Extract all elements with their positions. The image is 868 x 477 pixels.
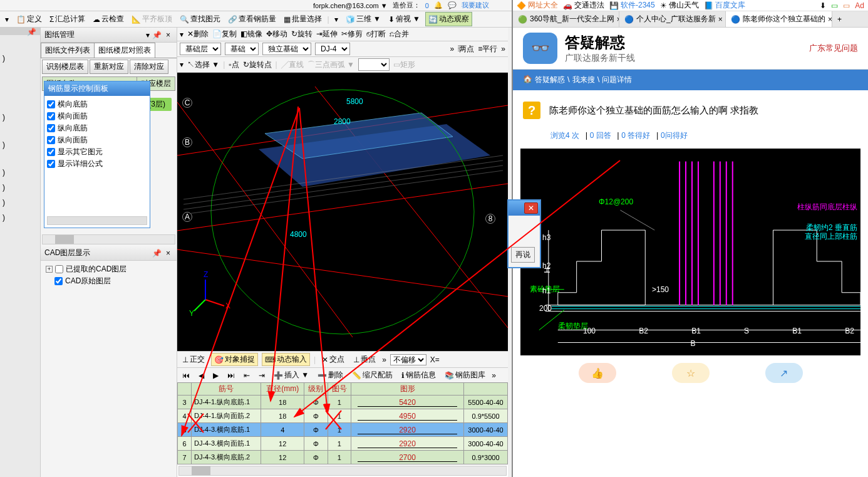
chat-icon[interactable]: 💬 [448,1,457,9]
category-select[interactable]: 基础 [225,43,259,55]
merge-button[interactable]: ⎌合并 [390,29,409,39]
trim-button[interactable]: ✂修剪 [341,29,363,39]
mirror-button[interactable]: ◧镜像 [240,29,262,39]
check-vert-top[interactable]: 纵向面筋 [47,134,147,146]
perp-button[interactable]: ⊥垂点 [351,354,378,365]
talk-later-button[interactable]: 再说 [511,247,535,263]
bookmark-item[interactable]: 🔶网址大全 [517,0,558,11]
parallel-button[interactable]: ≡平行 [478,44,497,55]
table-h-scrollbar[interactable] [178,466,507,476]
bell-icon[interactable]: 🔔 [434,1,443,9]
point-button[interactable]: ▫点 [229,60,239,70]
ext-icon[interactable]: ⬇ [820,1,826,10]
region-link[interactable]: 广东常见问题 [809,43,858,54]
rect-button[interactable]: ▭矩形 [393,60,415,70]
home-icon[interactable]: 🏠 [523,75,532,85]
dropdown-icon[interactable]: ▾ [180,30,183,39]
ortho-button[interactable]: ⊥正交 [180,354,207,365]
thumbs-up-button[interactable]: 👍 [579,363,616,383]
bookmark-item[interactable]: 📘百度文库 [704,0,745,11]
scale-rebar-button[interactable]: 📏缩尺配筋 [349,369,395,381]
move-button[interactable]: ✥移动 [266,29,287,39]
arc-button[interactable]: ⌒三点画弧 ▼ [307,60,354,70]
dropdown-arrow-icon[interactable]: ▾ [3,14,11,25]
browser-tab[interactable]: 🟢360导航_新一代安全上网 × [513,11,619,27]
insert-button[interactable]: ➕插入 ▼ [271,369,311,381]
3d-viewport[interactable]: X Y Z 5800 2800 4800 A B C 8 [177,73,508,351]
table-row[interactable]: 4DJ-4-1.纵向面筋.218Φ149500.9*5500 [178,409,508,423]
next-icon[interactable]: ▶ [210,370,221,380]
nav-icon[interactable]: ⇥ [256,370,267,380]
cloud-check-button[interactable]: ☁ 云检查 [90,13,127,26]
offset-select[interactable]: 不偏移 [390,354,426,365]
intersect-button[interactable]: ✕交点 [319,354,347,365]
good-answer-stat[interactable]: 0 答得好 [621,131,650,140]
table-row[interactable]: 5DJ-4-3.横向底筋.14Φ129203000-40-40 [178,423,508,437]
rematch-button[interactable]: 重新对应 [90,60,128,74]
browser-tab[interactable]: 🔵陈老师你这个独立基础的 × [726,11,832,27]
view-3d-button[interactable]: 🧊 三维 ▼ [343,13,383,26]
extend-button[interactable]: ⇥延伸 [316,29,338,39]
table-row[interactable]: 6DJ-4-3.横向面筋.112Φ129203000-40-40 [178,437,508,451]
check-detail-formula[interactable]: 显示详细公式 [47,158,147,170]
dropdown-icon[interactable]: ▾ [146,31,150,39]
break-button[interactable]: ⎋打断 [366,29,386,39]
flat-top-button[interactable]: 📐 平齐板顶 [129,13,175,26]
share-button[interactable]: ↗ [765,363,803,383]
ext-icon[interactable]: ▭ [843,1,850,10]
copy-button[interactable]: 📄复制 [212,29,237,39]
nav-icon[interactable]: ⇤ [241,370,252,380]
ext-icon[interactable]: Ad [855,1,864,10]
overlook-button[interactable]: ⬇ 俯视 ▼ [386,13,423,26]
define-button[interactable]: 📋 定义 [14,13,44,26]
dropdown-icon[interactable]: ▾ [180,60,183,69]
last-icon[interactable]: ⏭ [225,370,237,380]
breadcrumb-link[interactable]: 问题详情 [602,75,632,85]
first-icon[interactable]: ⏮ [180,370,192,380]
delete-button[interactable]: ✕删除 [187,29,209,39]
new-tab-button[interactable]: + [832,13,847,26]
sum-calc-button[interactable]: Σ 汇总计算 [47,13,88,26]
table-row[interactable]: 7DJ-4-3.横向底筋.212Φ127000.9*3000 [178,451,508,464]
tree-original-layer[interactable]: CAD原始图层 [43,275,174,287]
close-icon[interactable]: × [163,31,173,39]
check-vert-bottom[interactable]: 纵向底筋 [47,122,147,134]
suggest-link[interactable]: 我要建议 [462,1,489,10]
good-question-stat[interactable]: 0问得好 [661,131,688,140]
dynamic-view-button[interactable]: 🔄 动态观察 [425,12,472,26]
chevron-icon[interactable]: » [450,45,455,53]
rebar-info-button[interactable]: ℹ钢筋信息 [399,369,438,381]
check-horiz-bottom[interactable]: 横向底筋 [47,98,147,110]
answers-stat[interactable]: 0 回答 [590,131,611,140]
find-entity-button[interactable]: 🔍 查找图元 [177,13,223,26]
dyn-input-button[interactable]: ⌨动态输入 [262,353,310,366]
chevron-icon[interactable]: » [382,355,386,364]
h-scrollbar[interactable] [42,234,175,244]
check-other-entity[interactable]: 显示其它图元 [47,146,147,158]
table-row[interactable]: 3DJ-4-1.纵向底筋.118Φ154205500-40-40 [178,396,508,409]
component-select[interactable]: DJ-4 [315,43,350,55]
pin-icon[interactable]: 📌 [0,28,40,35]
chevron-icon[interactable]: » [492,371,496,380]
check-horiz-top[interactable]: 横向面筋 [47,110,147,122]
dropdown-icon[interactable]: ▾ [332,14,341,25]
rotate-button[interactable]: ↻旋转 [291,29,313,39]
rotate-point-button[interactable]: ↻旋转点 [243,60,272,70]
delete-button[interactable]: ➖删除 [315,369,346,381]
identify-floor-button[interactable]: 识别楼层表 [42,60,88,74]
chevron-icon[interactable]: » [501,45,505,53]
bookmark-item[interactable]: ☀佛山天气 [660,0,699,11]
tab-floor-table[interactable]: 图纸楼层对照表 [94,43,155,58]
close-icon[interactable]: × [163,249,173,258]
tree-extracted-layer[interactable]: +已提取的CAD图层 [43,263,174,275]
select-button[interactable]: ↖选择 ▼ [187,60,219,70]
tab-file-list[interactable]: 图纸文件列表 [41,43,95,58]
bookmark-item[interactable]: 💾软件-2345 [609,0,655,11]
bookmark-item[interactable]: 🚗交通违法 [563,0,604,11]
rebar-lib-button[interactable]: 📚钢筋图库 [442,369,488,381]
view-rebar-button[interactable]: 🔗 查看钢筋量 [225,13,279,26]
line-button[interactable]: ╱直线 [281,60,304,70]
pin-icon[interactable]: 📌 [152,249,162,258]
user-email[interactable]: forpk.chen@163.com ▼ [313,2,388,9]
breadcrumb-link[interactable]: 答疑解惑 [535,75,565,85]
